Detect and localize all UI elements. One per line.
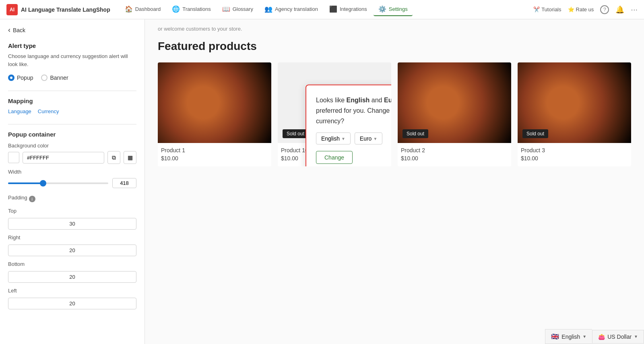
wallet-icon: 👛	[598, 334, 605, 340]
top-nav-bar: AI AI Language Translate LangShop 🏠 Dash…	[0, 0, 644, 19]
slider-track	[8, 182, 108, 184]
app-logo: AI AI Language Translate LangShop	[6, 4, 110, 15]
banner-radio-label: Banner	[50, 75, 68, 81]
nav-translations-label: Translations	[182, 6, 211, 12]
padding-right-input[interactable]	[8, 245, 136, 256]
currency-mapping-link[interactable]: Currency	[38, 108, 59, 114]
question-icon: ?	[600, 5, 609, 14]
slider-thumb[interactable]	[40, 180, 46, 187]
back-label: Back	[13, 27, 25, 33]
product-card-1[interactable]: Product 1 $10.00	[158, 62, 271, 166]
welcome-text: or welcome customers to your store.	[158, 26, 631, 32]
popup-text: Looks like English and Euro are more pre…	[316, 95, 391, 126]
padding-bottom-input[interactable]	[8, 271, 136, 283]
product-3-name: Product 3	[521, 147, 628, 153]
language-popup: Looks like English and Euro are more pre…	[305, 85, 391, 166]
currency-chevron-icon: ▼	[634, 334, 638, 339]
product-3-price: $10.00	[521, 155, 628, 162]
product-card-2[interactable]: Sold out Product 2 $10.00	[398, 62, 511, 166]
currency-select[interactable]: Euro ▼	[355, 133, 382, 145]
color-palette-btn[interactable]: ▦	[124, 151, 136, 164]
notifications-btn[interactable]: 🔔	[615, 5, 624, 14]
product-1-price: $10.00	[161, 155, 268, 162]
product-2-info: Product 2 $10.00	[398, 143, 511, 166]
mars-image-1	[158, 62, 271, 143]
product-3-image: Sold out	[518, 62, 631, 143]
popup-radio-option[interactable]: Popup	[8, 75, 33, 81]
preview-area: or welcome customers to your store. Feat…	[145, 19, 644, 344]
products-grid: Product 1 $10.00 Sold out Product 10 $10…	[158, 62, 631, 166]
mapping-title: Mapping	[8, 97, 136, 104]
product-card-3[interactable]: Sold out Product 3 $10.00	[518, 62, 631, 166]
popup-radio-indicator	[8, 75, 14, 81]
rate-us-btn[interactable]: ⭐ Rate us	[568, 6, 594, 12]
top-bar-right: ✂️ Tutorials ⭐ Rate us ? 🔔 ···	[533, 5, 638, 14]
featured-products-title: Featured products	[158, 40, 631, 53]
padding-top-input[interactable]	[8, 218, 136, 230]
padding-info-icon[interactable]: i	[29, 196, 35, 202]
change-button-label: Change	[324, 154, 344, 161]
width-row	[8, 178, 136, 188]
alert-type-title: Alert type	[8, 42, 136, 49]
product-1-image	[158, 62, 271, 143]
color-text-input[interactable]	[23, 152, 104, 164]
currency-selector-btn[interactable]: 👛 US Dollar ▼	[592, 330, 644, 344]
divider-2	[8, 124, 136, 124]
currency-selector-label: US Dollar	[607, 334, 632, 340]
star-icon: ⭐	[568, 6, 574, 12]
padding-left-label: Left	[8, 288, 136, 294]
product-3-info: Product 3 $10.00	[518, 143, 631, 166]
popup-radio-label: Popup	[17, 75, 33, 81]
banner-radio-option[interactable]: Banner	[41, 75, 68, 81]
color-swatch[interactable]	[8, 152, 19, 163]
popup-selects: English ▼ Euro ▼	[316, 133, 391, 145]
divider-1	[8, 91, 136, 91]
language-bar: 🇬🇧 English ▼ 👛 US Dollar ▼	[545, 329, 644, 344]
dashboard-icon: 🏠	[125, 5, 133, 13]
main-nav: 🏠 Dashboard 🌐 Translations 📖 Glossary 👥 …	[120, 3, 533, 16]
glossary-icon: 📖	[222, 5, 230, 13]
settings-sidebar: ‹ Back Alert type Choose language and cu…	[0, 19, 145, 344]
nav-glossary[interactable]: 📖 Glossary	[217, 3, 258, 16]
width-slider-container[interactable]	[8, 182, 108, 184]
logo-icon: AI	[6, 4, 18, 15]
flag-icon: 🇬🇧	[551, 333, 559, 340]
more-btn[interactable]: ···	[631, 5, 638, 14]
tutorials-icon: ✂️	[533, 6, 540, 12]
nav-integrations[interactable]: ⬛ Integrations	[324, 3, 372, 16]
language-select[interactable]: English ▼	[316, 133, 351, 145]
back-button[interactable]: ‹ Back	[8, 26, 25, 34]
nav-glossary-label: Glossary	[233, 6, 253, 12]
popup-language-bold: English	[347, 97, 370, 104]
nav-translations[interactable]: 🌐 Translations	[167, 3, 215, 16]
nav-dashboard-label: Dashboard	[135, 6, 161, 12]
product-2-price: $10.00	[401, 155, 508, 162]
product-1-name: Product 1	[161, 147, 268, 153]
bell-icon: 🔔	[615, 5, 624, 14]
padding-left-input[interactable]	[8, 298, 136, 309]
nav-agency-translation[interactable]: 👥 Agency translation	[260, 3, 323, 16]
product-2-image: Sold out	[398, 62, 511, 143]
language-select-arrow: ▼	[341, 136, 345, 141]
change-button[interactable]: Change	[316, 151, 353, 164]
help-btn[interactable]: ?	[600, 5, 609, 14]
nav-dashboard[interactable]: 🏠 Dashboard	[120, 3, 166, 16]
popup-container: Looks like English and Euro are more pre…	[305, 85, 391, 166]
mapping-links: Language Currency	[8, 108, 136, 114]
language-selector-btn[interactable]: 🇬🇧 English ▼	[545, 329, 592, 344]
sold-out-badge-2: Sold out	[402, 129, 428, 138]
padding-bottom-label: Bottom	[8, 261, 136, 267]
padding-label: Padding	[8, 195, 27, 201]
product-card-10[interactable]: Sold out Product 10 $10.00 Looks like En…	[278, 62, 391, 166]
padding-label-row: Padding i	[8, 195, 136, 203]
banner-radio-indicator	[41, 75, 47, 81]
width-value-input[interactable]	[112, 178, 136, 188]
app-title: AI Language Translate LangShop	[21, 6, 110, 13]
color-copy-btn[interactable]: ⧉	[107, 151, 120, 164]
logo-text: AI	[10, 7, 14, 12]
tutorials-btn[interactable]: ✂️ Tutorials	[533, 6, 561, 12]
language-chevron-icon: ▼	[582, 334, 586, 339]
language-mapping-link[interactable]: Language	[8, 108, 31, 114]
nav-settings[interactable]: ⚙️ Settings	[374, 3, 413, 16]
product-1-info: Product 1 $10.00	[158, 143, 271, 166]
